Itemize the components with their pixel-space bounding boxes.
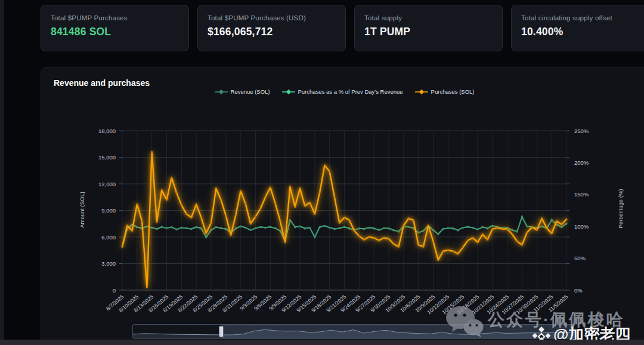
purchases-dot xyxy=(131,230,133,232)
purchases-dot xyxy=(417,244,419,246)
left-edge-strip xyxy=(0,0,4,345)
purchases-dot xyxy=(383,237,385,239)
card-label: Total supply xyxy=(364,14,493,21)
y-axis-left-tick-label: 3,000 xyxy=(89,260,116,267)
revenue-dot xyxy=(407,226,410,228)
revenue-dot xyxy=(225,228,227,230)
purchases-dot xyxy=(541,217,543,219)
bottom-strip xyxy=(0,340,644,345)
revenue-dot xyxy=(151,227,153,229)
purchases-dot xyxy=(230,235,232,236)
revenue-dot xyxy=(422,230,425,232)
purchases-dot xyxy=(299,187,301,189)
revenue-dot xyxy=(452,227,454,230)
purchases-dot xyxy=(319,192,321,193)
y-axis-right-tick-label: 50% xyxy=(574,255,600,261)
purchases-dot xyxy=(422,246,424,248)
revenue-dot xyxy=(329,227,331,229)
purchases-dot xyxy=(151,151,153,153)
purchases-dot xyxy=(176,192,178,193)
purchases-dot xyxy=(141,220,143,222)
revenue-dot xyxy=(185,227,188,229)
legend-item-purchases-pct[interactable]: Purchases as a % of Prev Day's Revenue xyxy=(282,88,403,95)
revenue-dot xyxy=(294,226,296,229)
revenue-dot xyxy=(289,219,292,221)
revenue-dot xyxy=(358,227,361,230)
legend-item-purchases-sol[interactable]: Purchases (SOL) xyxy=(415,88,475,95)
stat-card-total-purchases: Total $PUMP Purchases 841486 SOL xyxy=(41,5,189,51)
purchases-dot xyxy=(215,187,217,189)
plot-area[interactable] xyxy=(83,122,590,301)
stat-card-total-purchases-usd: Total $PUMP Purchases (USD) $166,065,712 xyxy=(197,5,346,51)
revenue-dot xyxy=(264,227,267,229)
card-value: 1T PUMP xyxy=(364,26,493,38)
purchases-dot xyxy=(235,214,237,215)
purchases-dot xyxy=(314,213,315,215)
revenue-dot xyxy=(270,226,272,228)
revenue-dot xyxy=(392,229,395,232)
purchases-dot xyxy=(171,177,172,178)
purchases-dot xyxy=(378,239,380,241)
purchases-dot xyxy=(240,190,242,192)
purchases-dot xyxy=(329,171,330,172)
revenue-dot xyxy=(195,226,197,229)
revenue-dot xyxy=(299,225,301,227)
revenue-dot xyxy=(235,227,237,230)
legend-label: Purchases as a % of Prev Day's Revenue xyxy=(298,88,403,95)
purchases-dot xyxy=(472,237,473,239)
chart-legend: Revenue (SOL) Purchases as a % of Prev D… xyxy=(122,88,566,95)
purchases-dot xyxy=(398,246,400,248)
purchases-dot xyxy=(487,239,488,241)
revenue-dot xyxy=(190,228,193,230)
purchases-dot xyxy=(348,219,350,221)
purchases-dot xyxy=(274,202,276,204)
legend-item-revenue[interactable]: Revenue (SOL) xyxy=(215,88,270,95)
purchases-dot xyxy=(259,208,261,210)
revenue-dot xyxy=(516,230,518,233)
y-axis-right-tick-label: 0% xyxy=(574,287,600,294)
purchases-dot xyxy=(501,228,503,230)
revenue-dot xyxy=(136,226,138,229)
revenue-dot xyxy=(333,228,336,230)
purchases-dot xyxy=(556,220,558,222)
revenue-dot xyxy=(442,228,444,230)
purchases-dot xyxy=(452,250,454,252)
purchases-dot xyxy=(244,204,246,205)
purchases-dot xyxy=(408,217,410,219)
purchases-dot xyxy=(491,228,493,230)
revenue-dot xyxy=(432,229,435,231)
purchases-dot xyxy=(413,219,414,221)
revenue-dot xyxy=(511,229,513,231)
purchases-dot xyxy=(531,226,533,228)
purchases-dot xyxy=(225,215,227,217)
chart-title: Revenue and purchases xyxy=(54,78,150,88)
stat-card-total-supply: Total supply 1T PUMP xyxy=(354,5,503,51)
purchases-dot xyxy=(196,204,197,205)
purchases-dot xyxy=(166,199,168,201)
brush-left-handle[interactable] xyxy=(219,326,224,337)
line-diamond-icon xyxy=(282,89,295,95)
purchases-dot xyxy=(506,228,508,230)
y-axis-left-tick-label: 15,000 xyxy=(89,154,116,161)
purchases-dot xyxy=(432,241,434,242)
revenue-dot xyxy=(175,229,178,231)
revenue-dot xyxy=(255,227,257,229)
legend-label: Purchases (SOL) xyxy=(431,88,475,95)
purchases-dot xyxy=(324,164,326,166)
purchases-dot xyxy=(161,189,163,191)
purchases-dot xyxy=(546,227,547,229)
revenue-dot xyxy=(476,229,479,231)
purchases-dot xyxy=(210,222,212,224)
revenue-dot xyxy=(561,226,563,229)
purchases-dot xyxy=(388,238,390,239)
purchases-dot xyxy=(122,246,123,248)
revenue-dot xyxy=(437,233,439,236)
y-axis-right-tick-label: 150% xyxy=(574,191,600,198)
revenue-dot xyxy=(526,225,528,227)
revenue-dot xyxy=(417,232,420,234)
revenue-dot xyxy=(383,227,385,229)
revenue-dot xyxy=(215,226,217,229)
purchases-dot xyxy=(156,221,157,223)
revenue-dot xyxy=(398,230,400,233)
card-value: 841486 SOL xyxy=(51,26,179,38)
